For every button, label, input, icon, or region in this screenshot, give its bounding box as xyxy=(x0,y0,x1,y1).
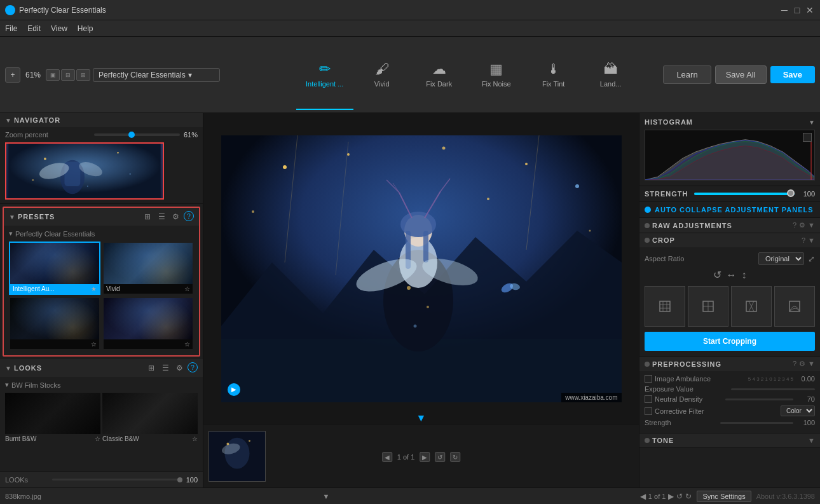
menu-help[interactable]: Help xyxy=(78,24,93,33)
add-button[interactable]: + xyxy=(5,67,20,83)
preset-star-intelligent[interactable]: ★ xyxy=(91,285,97,292)
filmstrip-thumb-1[interactable] xyxy=(208,431,266,482)
menu-view[interactable]: View xyxy=(51,24,67,33)
preprocessing-header[interactable]: PREPROCESSING ? ⚙ ▼ xyxy=(639,357,820,371)
look-item-burnt-bw[interactable]: Burnt B&W ☆ xyxy=(5,393,100,444)
close-button[interactable]: ✕ xyxy=(805,5,815,15)
presets-grid-view[interactable]: ⊞ xyxy=(142,211,153,222)
status-prev-button[interactable]: ◀ xyxy=(640,492,646,501)
tone-collapse-icon[interactable]: ▼ xyxy=(808,437,815,444)
view-grid[interactable]: ⊞ xyxy=(76,69,90,81)
tool-vivid[interactable]: 🖌 Vivid xyxy=(353,40,411,110)
filmstrip-next-button[interactable]: ▶ xyxy=(420,452,430,462)
preset-star-4[interactable]: ☆ xyxy=(184,341,190,348)
look-star-classic-bw[interactable]: ☆ xyxy=(192,435,198,442)
preset-selector[interactable]: Perfectly Clear Essentials ▾ xyxy=(93,68,220,82)
corrective-filter-checkbox[interactable] xyxy=(645,407,652,415)
crop-flip-h-button[interactable]: ↔ xyxy=(727,269,737,281)
looks-grid-view[interactable]: ⊞ xyxy=(146,362,157,374)
tool-fix-noise[interactable]: ▦ Fix Noise xyxy=(468,40,525,110)
aspect-ratio-select[interactable]: Original xyxy=(758,252,804,265)
preset-item-intelligent[interactable]: Intelligent Au... ★ xyxy=(9,242,100,295)
looks-zoom-thumb[interactable] xyxy=(177,477,182,482)
film-thumb-image-1 xyxy=(209,432,265,481)
crop-collapse-icon[interactable]: ▼ xyxy=(808,236,815,244)
raw-adjustments-header[interactable]: RAW ADJUSTMENTS ? ⚙ ▼ xyxy=(639,218,820,233)
preset-thumb-intelligent xyxy=(10,243,99,284)
status-rotate-forward-button[interactable]: ↻ xyxy=(685,492,692,501)
looks-settings[interactable]: ⚙ xyxy=(174,362,185,374)
navigator-header[interactable]: ▼ NAVIGATOR xyxy=(0,113,203,127)
maximize-button[interactable]: □ xyxy=(792,5,802,15)
zoom-track[interactable] xyxy=(94,133,179,136)
presets-list-view[interactable]: ☰ xyxy=(156,211,167,222)
crop-grid-4[interactable] xyxy=(774,286,815,327)
left-panel: ▼ NAVIGATOR Zoom percent 61% xyxy=(0,113,203,487)
strength-track[interactable] xyxy=(694,193,795,195)
tool-intelligent[interactable]: ✏ Intelligent ... xyxy=(296,40,353,110)
neutral-density-track[interactable] xyxy=(725,398,793,400)
preset-star-vivid[interactable]: ☆ xyxy=(184,285,190,292)
crop-grid-3[interactable] xyxy=(731,286,772,327)
pp-strength-track[interactable] xyxy=(720,422,793,424)
play-button[interactable]: ▶ xyxy=(228,383,240,396)
preset-item-vivid[interactable]: Vivid ☆ xyxy=(102,242,194,295)
preset-item-4[interactable]: ☆ xyxy=(102,297,194,350)
filmstrip-rotate-back[interactable]: ↺ xyxy=(435,452,445,462)
preprocessing-settings-icon[interactable]: ⚙ xyxy=(799,360,805,368)
learn-button[interactable]: Learn xyxy=(663,65,711,84)
tool-land[interactable]: 🏔 Land... xyxy=(582,40,639,110)
status-version: About v:3.6.3.1398 xyxy=(756,493,815,500)
status-rotate-back-button[interactable]: ↺ xyxy=(676,492,683,501)
tool-fix-tint[interactable]: 🌡 Fix Tint xyxy=(525,40,582,110)
filmstrip-toggle-arrow[interactable]: ▼ xyxy=(416,412,427,424)
menu-edit[interactable]: Edit xyxy=(27,24,41,33)
looks-list-view[interactable]: ☰ xyxy=(160,362,171,374)
status-next-button[interactable]: ▶ xyxy=(668,492,674,501)
looks-help[interactable]: ? xyxy=(188,362,198,372)
status-file-dropdown-arrow[interactable]: ▼ xyxy=(322,493,634,500)
start-cropping-button[interactable]: Start Cropping xyxy=(645,332,815,351)
image-ambulance-checkbox[interactable] xyxy=(645,375,652,383)
raw-adj-collapse-icon[interactable]: ▼ xyxy=(808,221,815,229)
look-star-burnt-bw[interactable]: ☆ xyxy=(95,435,100,442)
tool-fix-dark[interactable]: ☁ Fix Dark xyxy=(411,40,468,110)
view-single[interactable]: ▣ xyxy=(46,69,60,81)
preset-item-3[interactable]: ☆ xyxy=(9,297,100,350)
crop-help-icon[interactable]: ? xyxy=(802,236,805,244)
minimize-button[interactable]: ─ xyxy=(779,5,789,15)
crop-rotate-ccw-button[interactable]: ↺ xyxy=(713,269,721,281)
save-all-button[interactable]: Save All xyxy=(715,65,767,84)
preset-star-3[interactable]: ☆ xyxy=(91,341,97,348)
strength-thumb[interactable] xyxy=(787,189,795,197)
raw-adj-help-icon[interactable]: ? xyxy=(793,221,796,229)
sync-settings-button[interactable]: Sync Settings xyxy=(697,491,751,502)
presets-help[interactable]: ? xyxy=(184,211,194,221)
save-button[interactable]: Save xyxy=(770,66,815,83)
looks-zoom-track[interactable] xyxy=(52,479,182,480)
histogram-collapse-arrow[interactable]: ▼ xyxy=(809,119,815,126)
filmstrip-prev-button[interactable]: ◀ xyxy=(382,452,392,462)
auto-collapse-row[interactable]: AUTO COLLAPSE ADJUSTMENT PANELS xyxy=(639,202,820,218)
pp-strength-value: 100 xyxy=(796,419,815,426)
crop-grid-2[interactable] xyxy=(688,286,728,327)
filmstrip-rotate-forward[interactable]: ↻ xyxy=(450,452,460,462)
preprocessing-help-icon[interactable]: ? xyxy=(793,360,796,368)
tone-header[interactable]: TONE ▼ xyxy=(639,433,820,447)
zoom-thumb[interactable] xyxy=(128,132,135,138)
crop-expand-icon[interactable]: ⤢ xyxy=(808,254,815,264)
menu-file[interactable]: File xyxy=(5,24,17,33)
look-item-classic-bw[interactable]: Classic B&W ☆ xyxy=(102,393,198,444)
exposure-track[interactable] xyxy=(731,388,815,390)
crop-flip-v-button[interactable]: ↕ xyxy=(742,269,747,281)
crop-header[interactable]: CROP ? ▼ xyxy=(639,233,820,247)
crop-grid-1[interactable] xyxy=(645,286,685,327)
neutral-density-checkbox[interactable] xyxy=(645,395,652,403)
preset-dropdown-arrow: ▾ xyxy=(188,71,192,79)
histogram-checkbox[interactable] xyxy=(803,133,812,142)
raw-adj-settings-icon[interactable]: ⚙ xyxy=(799,221,805,229)
view-split[interactable]: ⊟ xyxy=(61,69,75,81)
corrective-filter-select[interactable]: Color xyxy=(781,405,815,416)
preprocessing-collapse-icon[interactable]: ▼ xyxy=(808,360,815,368)
presets-settings[interactable]: ⚙ xyxy=(170,211,181,222)
